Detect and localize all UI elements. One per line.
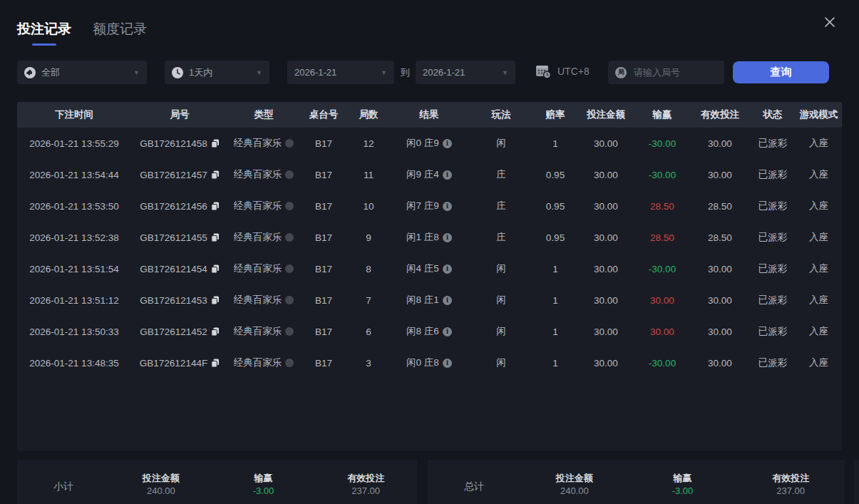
game-mode: 入座 (796, 137, 842, 150)
game-mode: 入座 (796, 231, 842, 244)
info-icon[interactable]: i (443, 296, 452, 305)
bet-time: 2026-01-21 13:52:38 (17, 232, 131, 243)
active-tab-underline (32, 43, 56, 46)
game-number: GB172612144F (131, 358, 228, 369)
winloss: 28.50 (634, 201, 690, 212)
round-count: 3 (348, 358, 389, 369)
game-type-dropdown[interactable]: 全部 ▼ (17, 61, 147, 84)
game-type-badge-icon (285, 359, 294, 367)
bet-time: 2026-01-21 13:54:44 (17, 170, 131, 180)
info-icon[interactable]: i (443, 202, 452, 211)
winloss: -30.00 (634, 358, 690, 369)
info-icon[interactable]: i (443, 233, 452, 242)
table-row: 2026-01-21 13:53:50GB1726121456经典百家乐B171… (17, 190, 842, 222)
game-type-badge-icon (285, 296, 294, 304)
date-from-dropdown[interactable]: 2026-1-21 ▼ (287, 61, 394, 84)
copy-icon[interactable] (211, 202, 220, 211)
game-type-badge-icon (285, 139, 294, 148)
column-header: 局号 (131, 108, 228, 121)
tab-quota-records[interactable]: 额度记录 (93, 20, 147, 38)
close-icon[interactable] (821, 13, 839, 31)
total-label: 总计 (428, 472, 520, 504)
game-type: 经典百家乐 (228, 168, 299, 181)
time-range-dropdown[interactable]: 1天内 ▼ (165, 61, 269, 84)
table-number: B17 (299, 295, 348, 306)
tab-betting-records[interactable]: 投注记录 (17, 20, 71, 46)
bet-time: 2026-01-21 13:51:54 (17, 264, 131, 274)
spade-icon (24, 67, 36, 78)
column-header: 游戏模式 (796, 108, 842, 121)
status: 已派彩 (750, 325, 796, 338)
status: 已派彩 (750, 231, 796, 244)
round-number-input[interactable] (632, 66, 706, 78)
betting-records-modal: 投注记录 额度记录 全部 ▼ 1天内 ▼ 2026-1-21 ▼ (0, 0, 859, 504)
result: 闲9 庄4i (389, 168, 469, 181)
table-row: 2026-01-21 13:54:44GB1726121457经典百家乐B171… (17, 159, 842, 190)
play-type: 庄 (469, 168, 533, 181)
info-icon[interactable]: i (443, 170, 452, 180)
bet-amount: 30.00 (577, 170, 634, 180)
round-count: 10 (348, 201, 389, 212)
subtotal-label: 小计 (17, 472, 110, 504)
table-number: B17 (299, 232, 348, 243)
game-type: 经典百家乐 (228, 137, 299, 150)
game-type: 经典百家乐 (228, 325, 299, 338)
status: 已派彩 (750, 262, 796, 275)
copy-icon[interactable] (211, 327, 220, 336)
total-valid-bet: 有效投注 237.00 (736, 472, 845, 504)
total-panel: 总计 投注金额 240.00 输赢 -3.00 有效投注 237.00 (428, 460, 845, 504)
round-count: 11 (348, 170, 389, 180)
game-number: GB1726121454 (131, 264, 228, 274)
info-icon[interactable]: i (443, 327, 452, 336)
valid-bet: 30.00 (690, 326, 750, 337)
tab-bar: 投注记录 额度记录 (17, 20, 147, 46)
info-icon[interactable]: i (443, 264, 452, 274)
chevron-down-icon: ▼ (381, 69, 387, 76)
table-body: 2026-01-21 13:55:29GB1726121458经典百家乐B171… (17, 128, 842, 451)
info-icon[interactable]: i (443, 359, 452, 368)
date-to-dropdown[interactable]: 2026-1-21 ▼ (416, 61, 515, 84)
winloss: 30.00 (634, 295, 690, 306)
copy-icon[interactable] (211, 359, 220, 368)
game-type: 经典百家乐 (228, 200, 299, 212)
round-count: 9 (348, 232, 389, 243)
game-mode: 入座 (796, 168, 842, 181)
chevron-down-icon: ▼ (256, 69, 262, 76)
result: 闲1 庄8i (389, 231, 469, 244)
column-header: 输赢 (634, 108, 690, 121)
game-mode: 入座 (796, 356, 842, 369)
column-header: 类型 (228, 108, 299, 121)
bet-amount: 30.00 (577, 295, 634, 306)
copy-icon[interactable] (211, 296, 220, 305)
copy-icon[interactable] (211, 139, 220, 148)
play-type: 庄 (469, 231, 533, 244)
bet-amount: 30.00 (577, 358, 634, 369)
odds: 1 (533, 295, 577, 306)
game-number: GB1726121456 (131, 201, 228, 212)
table-number: B17 (299, 264, 348, 274)
game-type: 经典百家乐 (228, 356, 299, 369)
result: 闲8 庄1i (389, 294, 469, 307)
copy-icon[interactable] (211, 264, 220, 274)
query-button[interactable]: 查询 (733, 61, 829, 83)
game-mode: 入座 (796, 200, 842, 212)
copy-icon[interactable] (211, 233, 220, 242)
table-number: B17 (299, 326, 348, 337)
date-from-value: 2026-1-21 (294, 67, 336, 78)
odds: 0.95 (533, 170, 577, 180)
result: 闲8 庄6i (389, 325, 469, 338)
info-icon[interactable]: i (443, 139, 452, 148)
table-number: B17 (299, 201, 348, 212)
status: 已派彩 (750, 137, 796, 150)
valid-bet: 30.00 (690, 170, 750, 180)
timezone-indicator[interactable]: UTC+8 (535, 63, 590, 79)
column-header: 有效投注 (690, 108, 750, 121)
copy-icon[interactable] (211, 170, 220, 180)
subtotal-winloss: 输赢 -3.00 (212, 472, 315, 504)
game-type: 经典百家乐 (228, 262, 299, 275)
column-header: 下注时间 (17, 108, 131, 121)
timezone-value: UTC+8 (557, 66, 590, 77)
game-number: GB1726121453 (131, 295, 228, 306)
winloss: 28.50 (634, 232, 690, 243)
result: 闲0 庄9i (389, 137, 469, 150)
